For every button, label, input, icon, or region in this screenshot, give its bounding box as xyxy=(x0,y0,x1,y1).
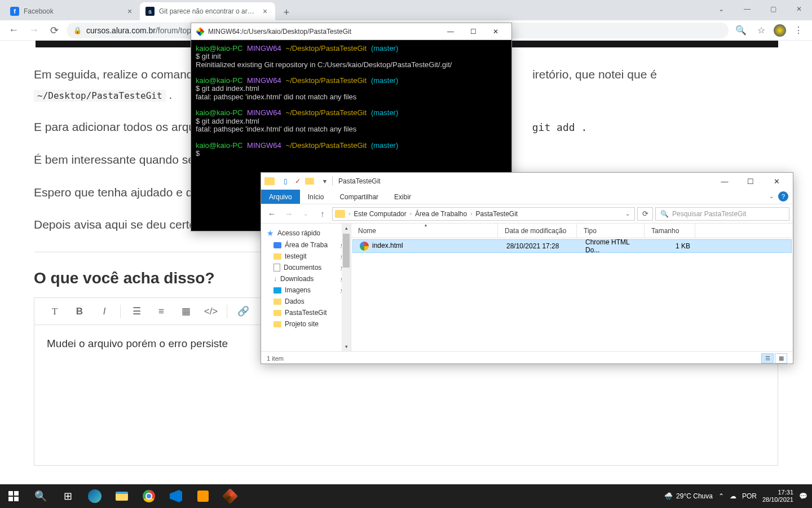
maximize-button[interactable]: ▢ xyxy=(760,0,786,18)
column-header-type[interactable]: Tipo xyxy=(577,224,645,238)
explorer-forward-button[interactable]: → xyxy=(281,207,296,221)
scroll-down-icon[interactable]: ▾ xyxy=(342,342,351,351)
link-button[interactable]: 🔗 xyxy=(231,299,255,324)
explorer-address-row: ← → ⌄ ↑ › Este Computador › Área de Trab… xyxy=(261,204,793,224)
extension-icon[interactable] xyxy=(774,24,786,37)
notifications-button[interactable]: 💬 xyxy=(799,492,807,500)
bullet-list-button[interactable]: ☰ xyxy=(124,299,149,324)
code-button[interactable]: </> xyxy=(198,299,223,324)
sidebar-scrollbar[interactable]: ▴ ▾ xyxy=(342,224,351,351)
breadcrumb-item[interactable]: Este Computador xyxy=(351,210,408,218)
close-button[interactable]: ✕ xyxy=(786,0,812,18)
taskbar-vscode-icon[interactable] xyxy=(162,484,189,508)
sort-indicator-icon: ▴ xyxy=(425,222,427,227)
minimize-button[interactable]: — xyxy=(734,0,760,18)
sidebar-item-dados[interactable]: Dados xyxy=(261,296,351,307)
column-header-date[interactable]: Data de modificação xyxy=(498,224,577,238)
bookmark-star-icon[interactable]: ☆ xyxy=(753,23,769,38)
forward-button[interactable]: → xyxy=(26,23,42,38)
qat-dropdown-icon[interactable]: ▾ xyxy=(320,176,330,186)
taskbar-explorer-icon[interactable] xyxy=(108,484,135,508)
back-button[interactable]: ← xyxy=(6,23,21,38)
reload-button[interactable]: ⟳ xyxy=(46,23,62,38)
sidebar-item-pastatestegit[interactable]: PastaTesteGit xyxy=(261,307,351,318)
taskbar-gitbash-icon[interactable] xyxy=(217,484,244,508)
terminal-output[interactable]: kaio@kaio-PC MINGW64 ~/Desktop/PastaTest… xyxy=(191,40,511,162)
item-count: 1 item xyxy=(267,355,284,362)
new-tab-button[interactable]: + xyxy=(279,5,294,20)
explorer-status-bar: 1 item ☰ ▦ xyxy=(261,351,793,365)
ribbon-expand-icon[interactable]: ⌄ xyxy=(769,193,774,199)
images-icon xyxy=(273,287,281,294)
explorer-recent-button[interactable]: ⌄ xyxy=(298,207,313,221)
column-header-size[interactable]: Tamanho xyxy=(645,224,695,238)
qat-properties-icon[interactable]: ▯ xyxy=(280,176,290,186)
file-row-selected[interactable]: index.html 28/10/2021 17:28 Chrome HTML … xyxy=(352,239,792,253)
terminal-close-button[interactable]: ✕ xyxy=(484,24,507,40)
sidebar-item-downloads[interactable]: ↓Downloads📌 xyxy=(261,273,351,284)
terminal-minimize-button[interactable]: — xyxy=(439,24,462,40)
breadcrumb-dropdown-icon[interactable]: ⌄ xyxy=(625,211,632,217)
document-icon xyxy=(273,264,280,271)
chrome-menu-button[interactable]: ⋮ xyxy=(791,23,806,38)
tray-clock[interactable]: 17:31 28/10/2021 xyxy=(762,489,793,503)
zoom-icon[interactable]: 🔍 xyxy=(733,23,749,38)
file-size: 1 KB xyxy=(646,242,697,250)
explorer-back-button[interactable]: ← xyxy=(264,207,279,221)
numbered-list-button[interactable]: ≡ xyxy=(149,299,174,324)
scroll-up-icon[interactable]: ▴ xyxy=(342,224,351,233)
url-text: cursos.alura.com.br/forum/topic xyxy=(86,26,197,35)
explorer-minimize-button[interactable]: — xyxy=(712,173,738,189)
sidebar-item-projetosite[interactable]: Projeto site xyxy=(261,318,351,330)
ribbon-tab-home[interactable]: Início xyxy=(300,190,332,204)
explorer-breadcrumb[interactable]: › Este Computador › Área de Trabalho › P… xyxy=(332,207,635,221)
explorer-search-input[interactable]: 🔍 Pesquisar PastaTesteGit xyxy=(655,207,789,221)
browser-tab-alura[interactable]: a Git parece não encontrar o arqui × xyxy=(140,2,275,20)
breadcrumb-item[interactable]: Área de Trabalho xyxy=(413,210,469,218)
explorer-close-button[interactable]: ✕ xyxy=(764,173,789,189)
table-button[interactable]: ▦ xyxy=(174,299,198,324)
task-view-button[interactable]: ⊞ xyxy=(54,484,81,508)
italic-button[interactable]: I xyxy=(92,299,117,324)
taskbar-sublime-icon[interactable] xyxy=(189,484,217,508)
ribbon-tab-share[interactable]: Compartilhar xyxy=(332,190,386,204)
bold-button[interactable]: B xyxy=(67,299,92,324)
heading-button[interactable]: T xyxy=(42,299,67,324)
sidebar-quick-access[interactable]: ★Acesso rápido xyxy=(261,227,351,239)
column-header-name[interactable]: Nome▴ xyxy=(351,224,498,238)
ribbon-tab-view[interactable]: Exibir xyxy=(386,190,419,204)
explorer-refresh-button[interactable]: ⟳ xyxy=(637,207,653,221)
ribbon-tab-file[interactable]: Arquivo xyxy=(261,190,300,204)
tray-language[interactable]: POR xyxy=(742,492,757,500)
search-button[interactable]: 🔍 xyxy=(27,484,54,508)
details-view-button[interactable]: ☰ xyxy=(761,353,774,364)
explorer-titlebar[interactable]: ▯ ✓ ▾ PastaTesteGit — ☐ ✕ xyxy=(261,173,793,190)
explorer-up-button[interactable]: ↑ xyxy=(315,207,330,221)
taskbar-chrome-icon[interactable] xyxy=(135,484,162,508)
start-button[interactable] xyxy=(0,484,27,508)
qat-checkmark-icon[interactable]: ✓ xyxy=(293,176,303,186)
weather-widget[interactable]: 🌧️ 29°C Chuva xyxy=(664,492,713,500)
breadcrumb-item[interactable]: PastaTesteGit xyxy=(473,210,520,218)
taskbar-edge-icon[interactable] xyxy=(81,484,108,508)
sidebar-item-documents[interactable]: Documentos📌 xyxy=(261,262,351,273)
tab-close-button[interactable]: × xyxy=(261,7,270,16)
explorer-maximize-button[interactable]: ☐ xyxy=(738,173,764,189)
icons-view-button[interactable]: ▦ xyxy=(775,353,787,364)
folder-icon xyxy=(305,178,314,185)
chrome-chevron-icon[interactable]: ⌄ xyxy=(708,0,734,18)
scroll-thumb[interactable] xyxy=(343,234,350,268)
tray-onedrive-icon[interactable]: ☁ xyxy=(730,492,736,500)
file-date: 28/10/2021 17:28 xyxy=(500,242,579,250)
sidebar-item-desktop[interactable]: Área de Traba📌 xyxy=(261,239,351,251)
weather-icon: 🌧️ xyxy=(664,492,673,500)
sidebar-item-testegit[interactable]: testegit📌 xyxy=(261,251,351,262)
terminal-maximize-button[interactable]: ☐ xyxy=(462,24,484,40)
tab-close-button[interactable]: × xyxy=(125,7,134,16)
tray-chevron-icon[interactable]: ⌃ xyxy=(718,492,724,500)
browser-tab-facebook[interactable]: f Facebook × xyxy=(5,2,140,20)
terminal-titlebar[interactable]: MINGW64:/c/Users/kaio/Desktop/PastaTeste… xyxy=(191,23,511,40)
desktop-icon xyxy=(273,242,281,248)
help-button[interactable]: ? xyxy=(778,191,788,202)
sidebar-item-images[interactable]: Imagens📌 xyxy=(261,284,351,296)
